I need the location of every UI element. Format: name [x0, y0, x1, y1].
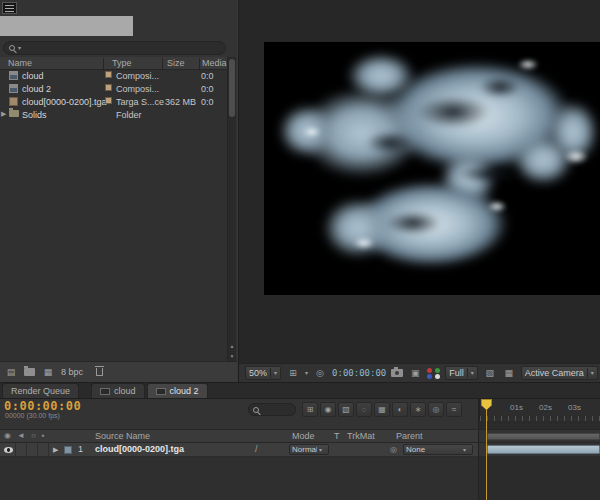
- grid-guides-arrow-icon[interactable]: ▾: [305, 370, 308, 376]
- item-name[interactable]: cloud[0000-0200].tga: [22, 97, 107, 107]
- scroll-up-icon[interactable]: ▲: [228, 342, 236, 351]
- column-header-name[interactable]: Name: [8, 58, 32, 68]
- draft-3d-button[interactable]: ▧: [338, 402, 354, 417]
- search-options-arrow-icon[interactable]: ▾: [18, 45, 21, 51]
- item-name[interactable]: Solids: [22, 110, 47, 120]
- project-row-cloud[interactable]: cloud Composi... 0:0: [0, 70, 227, 83]
- timeline-spacer-left: [0, 421, 479, 429]
- layer-row-1[interactable]: ▶ 1 cloud[0000-0200].tga / Normal ▾ ◎ No…: [0, 443, 479, 457]
- mini-flowchart-button[interactable]: ⊞: [302, 402, 318, 417]
- snapshot-camera-icon[interactable]: [391, 369, 403, 377]
- layer-source-name[interactable]: cloud[0000-0200].tga: [95, 444, 184, 454]
- work-area-row: [479, 429, 600, 443]
- interpret-footage-icon[interactable]: ▤: [5, 366, 17, 379]
- parent-pick-whip-icon[interactable]: ◎: [390, 445, 397, 454]
- column-header-trkmat[interactable]: TrkMat: [347, 431, 375, 441]
- project-row-cloud-2[interactable]: cloud 2 Composi... 0:0: [0, 83, 227, 96]
- region-of-interest-button[interactable]: ▧: [483, 366, 497, 380]
- layer-duration-bar[interactable]: [487, 445, 600, 454]
- item-type: Targa S...ce: [116, 97, 164, 107]
- project-scrollbar[interactable]: ▲ ▼: [227, 57, 236, 361]
- quality-switch-icon[interactable]: /: [255, 444, 258, 454]
- composition-viewport[interactable]: [264, 42, 600, 295]
- grid-guides-button[interactable]: ⊞: [286, 366, 300, 380]
- chevron-down-icon: ▾: [471, 370, 474, 376]
- timeline-search-input[interactable]: [248, 403, 296, 416]
- search-icon: [253, 407, 259, 413]
- brainstorm-button[interactable]: ∗: [410, 402, 426, 417]
- solo-column-icon[interactable]: ○: [31, 431, 36, 440]
- scroll-down-icon[interactable]: ▼: [228, 352, 236, 361]
- audio-column-icon[interactable]: ◄: [17, 431, 25, 440]
- tab-cloud[interactable]: cloud: [91, 383, 145, 398]
- layer-label-color-chip[interactable]: [64, 446, 72, 454]
- column-header-source-name[interactable]: Source Name: [95, 431, 150, 441]
- timeline-tab-bar: Render Queue cloud cloud 2: [0, 383, 600, 399]
- timeline-panel: Render Queue cloud cloud 2 0:00:00:00 00…: [0, 382, 600, 500]
- timeline-track-empty-area: [479, 457, 600, 500]
- show-snapshot-button[interactable]: ▣: [408, 366, 422, 380]
- tab-render-queue[interactable]: Render Queue: [2, 383, 79, 398]
- cloud-shadow: [454, 164, 526, 184]
- mask-visibility-button[interactable]: ◎: [313, 366, 327, 380]
- parent-value: None: [406, 445, 461, 454]
- trash-icon[interactable]: [96, 368, 103, 376]
- tab-label: cloud: [114, 386, 136, 396]
- work-area-bar[interactable]: [487, 433, 600, 440]
- scrollbar-thumb[interactable]: [229, 59, 235, 117]
- new-composition-icon[interactable]: ▦: [42, 366, 54, 379]
- current-time-display[interactable]: 0:00:00:00: [4, 399, 81, 413]
- tab-label: Render Queue: [11, 386, 70, 396]
- 3d-view-dropdown[interactable]: Active Camera ▾: [521, 366, 598, 380]
- folder-icon: [9, 110, 19, 117]
- column-header-size[interactable]: Size: [167, 58, 185, 68]
- viewer-toolbar: 50% ▾ ⊞ ▾ ◎ 0:00:00:00 ▣ Full ▾ ▧ ▦: [239, 363, 600, 382]
- auto-keyframe-button[interactable]: ◎: [428, 402, 444, 417]
- layer-track-area[interactable]: [479, 443, 600, 457]
- transparency-grid-button[interactable]: ▦: [502, 366, 516, 380]
- time-ruler[interactable]: 01s 02s 03s: [479, 399, 600, 421]
- label-color-chip[interactable]: [105, 97, 112, 104]
- tab-cloud-2[interactable]: cloud 2: [147, 383, 208, 398]
- layer-visibility-eye-icon[interactable]: [4, 447, 13, 453]
- timeline-panel-divider[interactable]: [478, 399, 479, 500]
- live-update-button[interactable]: ◉: [320, 402, 336, 417]
- project-column-headers[interactable]: Name Type Size Media D: [0, 57, 227, 70]
- parent-dropdown[interactable]: None ▾: [403, 444, 473, 455]
- column-header-type[interactable]: Type: [112, 58, 132, 68]
- column-header-mode[interactable]: Mode: [292, 431, 315, 441]
- motion-blur-button[interactable]: ◐: [392, 402, 408, 417]
- project-color-depth-button[interactable]: 8 bpc: [61, 367, 83, 377]
- channel-settings-button[interactable]: [427, 368, 440, 379]
- project-row-cloud-sequence[interactable]: cloud[0000-0200].tga Targa S...ce 362 MB…: [0, 96, 227, 109]
- blend-mode-dropdown[interactable]: Normal ▾: [289, 444, 329, 455]
- lock-column-icon[interactable]: ▪: [42, 431, 45, 440]
- cloud-shadow: [412, 94, 494, 130]
- label-color-chip[interactable]: [105, 84, 112, 91]
- label-color-chip[interactable]: [105, 71, 112, 78]
- ruler-label: 03s: [568, 403, 581, 412]
- project-search-input[interactable]: ▾: [3, 41, 226, 55]
- item-name[interactable]: cloud: [22, 71, 44, 81]
- folder-twirl-icon[interactable]: ▶: [1, 110, 6, 118]
- timeline-controls-row: 0:00:00:00 00000 (30.00 fps) ⊞ ◉ ▧ ◌ ▦ ◐…: [0, 399, 479, 421]
- frame-blending-button[interactable]: ▦: [374, 402, 390, 417]
- new-folder-icon[interactable]: [24, 368, 35, 376]
- project-row-solids[interactable]: ▶ Solids Folder: [0, 109, 227, 122]
- resolution-dropdown[interactable]: Full ▾: [445, 366, 478, 380]
- composition-tab-icon: [100, 388, 110, 395]
- zoom-dropdown[interactable]: 50% ▾: [245, 366, 281, 380]
- column-header-t[interactable]: T: [334, 431, 340, 441]
- eye-column-icon[interactable]: ◉: [4, 431, 11, 440]
- chevron-down-icon: ▾: [319, 447, 322, 453]
- search-icon: [9, 45, 15, 51]
- project-footer: ▤ ▦ 8 bpc: [0, 361, 237, 382]
- column-header-parent[interactable]: Parent: [396, 431, 423, 441]
- panel-menu-icon[interactable]: [2, 2, 17, 14]
- layer-twirl-icon[interactable]: ▶: [53, 446, 58, 454]
- preview-time-display[interactable]: 0:00:00:00: [332, 368, 386, 378]
- item-name[interactable]: cloud 2: [22, 84, 51, 94]
- hide-shy-layers-button[interactable]: ◌: [356, 402, 372, 417]
- cloud-shadow: [382, 210, 444, 236]
- graph-editor-button[interactable]: ≈: [446, 402, 462, 417]
